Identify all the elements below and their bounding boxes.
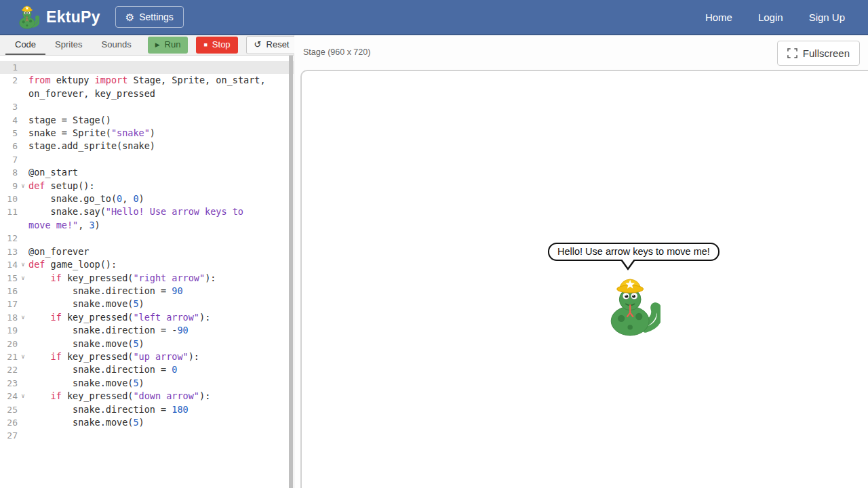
- settings-label: Settings: [139, 12, 174, 22]
- line-number[interactable]: 16: [0, 285, 18, 298]
- line-number[interactable]: 2: [0, 74, 18, 87]
- fold-chevron-icon[interactable]: ∨: [18, 258, 28, 271]
- stop-button[interactable]: ■ Stop: [196, 37, 237, 54]
- line-number[interactable]: 22: [0, 363, 18, 376]
- code-line[interactable]: 12: [0, 232, 294, 245]
- line-number[interactable]: 12: [0, 232, 18, 245]
- line-number[interactable]: 25: [0, 403, 18, 416]
- tab-sprites[interactable]: Sprites: [45, 35, 92, 55]
- code-text: stage.add_sprite(snake): [28, 140, 268, 152]
- snake-sprite[interactable]: [604, 278, 660, 336]
- speech-bubble-tail: [620, 260, 636, 271]
- code-line[interactable]: 14∨def game_loop():: [0, 258, 294, 271]
- line-number[interactable]: 17: [0, 298, 18, 310]
- fold-chevron-icon[interactable]: ∨: [18, 180, 28, 192]
- code-line[interactable]: 18∨ if key_pressed("left arrow"):: [0, 311, 294, 324]
- line-number[interactable]: 24: [0, 390, 18, 403]
- line-number[interactable]: 21: [0, 350, 18, 363]
- code-line[interactable]: 15∨ if key_pressed("right arrow"):: [0, 272, 294, 285]
- code-text: snake.direction = 180: [28, 403, 268, 416]
- nav-link-home[interactable]: Home: [705, 12, 732, 23]
- line-number[interactable]: 8: [0, 166, 18, 179]
- fullscreen-button[interactable]: Fullscreen: [777, 41, 860, 66]
- code-line[interactable]: 25 snake.direction = 180: [0, 403, 294, 416]
- code-text: if key_pressed("right arrow"):: [28, 272, 268, 285]
- fold-chevron-icon[interactable]: ∨: [18, 272, 28, 285]
- line-number[interactable]: 10: [0, 192, 18, 205]
- reset-label: Reset: [267, 39, 290, 51]
- app-header: EktuPy ⚙ Settings HomeLoginSign Up: [0, 0, 868, 35]
- line-number[interactable]: 15: [0, 272, 18, 285]
- settings-button[interactable]: ⚙ Settings: [115, 6, 184, 28]
- code-text: if key_pressed("down arrow"):: [28, 390, 268, 403]
- code-line[interactable]: 21∨ if key_pressed("up arrow"):: [0, 350, 294, 363]
- code-line[interactable]: 19 snake.direction = -90: [0, 324, 294, 337]
- editor-toolbar: CodeSpritesSounds ▶ Run ■ Stop ↺ Reset: [0, 35, 294, 56]
- line-number[interactable]: 13: [0, 245, 18, 258]
- brand: EktuPy: [16, 5, 100, 29]
- line-number[interactable]: 6: [0, 140, 18, 152]
- code-text: if key_pressed("left arrow"):: [28, 311, 268, 324]
- line-number[interactable]: 23: [0, 377, 18, 390]
- code-line[interactable]: 1: [0, 61, 294, 74]
- code-line[interactable]: 26 snake.move(5): [0, 416, 294, 429]
- code-line[interactable]: 6stage.add_sprite(snake): [0, 140, 294, 152]
- code-text: [28, 61, 268, 74]
- code-line[interactable]: 2from ektupy import Stage, Sprite, on_st…: [0, 74, 294, 100]
- code-line[interactable]: 22 snake.direction = 0: [0, 363, 294, 376]
- stage-title: Stage (960 x 720): [303, 47, 370, 57]
- line-number[interactable]: 19: [0, 324, 18, 337]
- line-number[interactable]: 26: [0, 416, 18, 429]
- code-line[interactable]: 13@on_forever: [0, 245, 294, 258]
- scrollbar-thumb[interactable]: [289, 56, 293, 488]
- line-number[interactable]: 1: [0, 61, 18, 74]
- code-line[interactable]: 20 snake.move(5): [0, 338, 294, 350]
- stage-panel: Stage (960 x 720) Fullscreen Hello! Use …: [294, 35, 868, 488]
- nav-link-login[interactable]: Login: [758, 12, 783, 23]
- line-number[interactable]: 18: [0, 311, 18, 324]
- code-text: snake.direction = 90: [28, 285, 268, 298]
- stage-canvas[interactable]: [300, 70, 868, 488]
- code-line[interactable]: 3: [0, 100, 294, 113]
- line-number[interactable]: 11: [0, 205, 18, 218]
- line-number[interactable]: 14: [0, 258, 18, 271]
- fullscreen-label: Fullscreen: [803, 47, 850, 59]
- reset-button[interactable]: ↺ Reset: [246, 36, 298, 54]
- tab-code[interactable]: Code: [5, 35, 45, 55]
- code-line[interactable]: 4stage = Stage(): [0, 114, 294, 127]
- run-button[interactable]: ▶ Run: [148, 37, 189, 54]
- gear-icon: ⚙: [125, 12, 134, 22]
- code-line[interactable]: 7: [0, 153, 294, 166]
- code-text: [28, 232, 268, 245]
- code-text: from ektupy import Stage, Sprite, on_sta…: [28, 74, 268, 100]
- code-line[interactable]: 5snake = Sprite("snake"): [0, 127, 294, 140]
- tab-sounds[interactable]: Sounds: [92, 35, 141, 55]
- code-text: [28, 100, 268, 113]
- line-number[interactable]: 9: [0, 180, 18, 192]
- code-line[interactable]: 23 snake.move(5): [0, 377, 294, 390]
- code-line[interactable]: 9∨def setup():: [0, 180, 294, 192]
- line-number[interactable]: 3: [0, 100, 18, 113]
- line-number[interactable]: 27: [0, 429, 18, 442]
- line-number[interactable]: 7: [0, 153, 18, 166]
- code-line[interactable]: 11 snake.say("Hello! Use arrow keys to m…: [0, 205, 294, 232]
- code-line[interactable]: 8@on_start: [0, 166, 294, 179]
- code-editor[interactable]: 1 2from ektupy import Stage, Sprite, on_…: [0, 56, 294, 488]
- code-text: snake.direction = -90: [28, 324, 268, 337]
- code-line[interactable]: 24∨ if key_pressed("down arrow"):: [0, 390, 294, 403]
- code-line[interactable]: 27: [0, 429, 294, 442]
- code-text: @on_forever: [28, 245, 268, 258]
- editor-scrollbar[interactable]: [289, 56, 293, 488]
- nav-link-sign-up[interactable]: Sign Up: [809, 12, 845, 23]
- line-number[interactable]: 20: [0, 338, 18, 350]
- code-line[interactable]: 16 snake.direction = 90: [0, 285, 294, 298]
- code-line[interactable]: 17 snake.move(5): [0, 298, 294, 310]
- fold-chevron-icon[interactable]: ∨: [18, 311, 28, 324]
- code-line[interactable]: 10 snake.go_to(0, 0): [0, 192, 294, 205]
- play-icon: ▶: [155, 41, 160, 49]
- fold-chevron-icon[interactable]: ∨: [18, 390, 28, 403]
- fold-chevron-icon[interactable]: ∨: [18, 350, 28, 363]
- line-number[interactable]: 4: [0, 114, 18, 127]
- line-number[interactable]: 5: [0, 127, 18, 140]
- fullscreen-icon: [787, 48, 797, 58]
